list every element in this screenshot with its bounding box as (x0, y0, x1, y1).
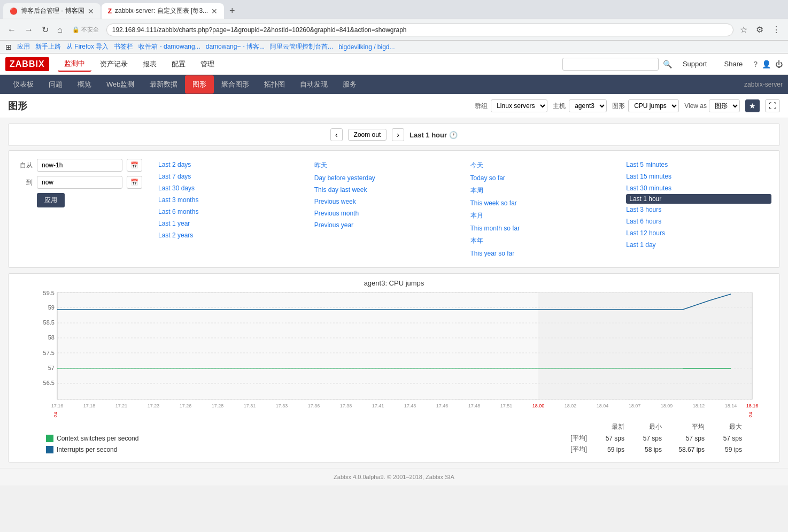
tab-close-btn[interactable]: ✕ (88, 7, 94, 16)
subnav-dashboard[interactable]: 仪表板 (5, 75, 41, 94)
link-day-before-yesterday[interactable]: Day before yesterday (314, 172, 460, 184)
link-last-6-hours[interactable]: Last 6 hours (626, 215, 771, 227)
subnav-services[interactable]: 服务 (335, 75, 364, 94)
menu-btn[interactable]: ⋮ (770, 22, 783, 37)
topnav-admin[interactable]: 管理 (194, 57, 221, 71)
link-last-1-year[interactable]: Last 1 year (158, 218, 304, 229)
bookmark-newbie[interactable]: 新手上路 (35, 42, 61, 51)
link-this-week-so-far[interactable]: This week so far (470, 197, 616, 209)
legend-max-0: 57 sps (705, 435, 742, 442)
host-filter: 主机 agent3 (553, 99, 607, 112)
tab-zabbix[interactable]: Z zabbix-server: 自定义图表 [每3... ✕ (102, 3, 224, 19)
from-input[interactable] (37, 159, 122, 172)
link-last-15-min[interactable]: Last 15 minutes (626, 171, 771, 182)
link-this-year-so-far[interactable]: This year so far (470, 248, 616, 259)
tab-close-zabbix[interactable]: ✕ (211, 7, 218, 16)
favorite-icon[interactable]: ★ (745, 99, 760, 112)
subnav-overview[interactable]: 概览 (70, 75, 99, 94)
link-last-2-years[interactable]: Last 2 years (158, 229, 304, 241)
refresh-button[interactable]: ↻ (40, 22, 51, 37)
home-button[interactable]: ⌂ (55, 23, 65, 37)
bookmark-firefox[interactable]: 从 Firefox 导入 (66, 42, 109, 51)
link-last-1-day[interactable]: Last 1 day (626, 239, 771, 251)
fullscreen-icon[interactable]: ⛶ (765, 99, 780, 112)
tab-favicon-z: Z (108, 7, 112, 15)
link-last-2-days[interactable]: Last 2 days (158, 159, 304, 171)
user-icon[interactable]: 👤 (762, 60, 771, 68)
to-label: 到 (17, 178, 33, 187)
subnav-discovery[interactable]: 自动发现 (292, 75, 335, 94)
svg-text:57: 57 (48, 365, 55, 371)
subnav-problems[interactable]: 问题 (41, 75, 70, 94)
legend-min-0: 57 sps (624, 435, 662, 442)
bookmark-github[interactable]: bigdevilking / bigd... (338, 43, 395, 51)
link-today[interactable]: 今天 (470, 159, 616, 172)
graph-select[interactable]: CPU jumps (628, 99, 679, 112)
tab-bar: 🔴 博客后台管理 - 博客园 ✕ Z zabbix-server: 自定义图表 … (0, 0, 788, 19)
link-previous-week[interactable]: Previous week (314, 196, 460, 207)
topnav-config[interactable]: 配置 (165, 57, 192, 71)
topnav-monitor[interactable]: 监测中 (58, 57, 91, 72)
forward-button[interactable]: → (22, 23, 35, 37)
legend-latest-1: 59 ips (592, 446, 624, 453)
support-link[interactable]: Support (676, 58, 714, 70)
logout-icon[interactable]: ⏻ (775, 60, 783, 68)
host-select[interactable]: agent3 (569, 99, 607, 112)
bookmark-aliyun[interactable]: 阿里云管理控制台首... (270, 42, 333, 51)
to-input[interactable] (37, 176, 122, 189)
bookmark-mail[interactable]: 收件箱 - damowang... (138, 42, 200, 51)
subnav-topology[interactable]: 拓扑图 (257, 75, 292, 94)
link-yesterday[interactable]: 昨天 (314, 159, 460, 172)
subnav-composite[interactable]: 聚合图形 (214, 75, 257, 94)
subnav-web[interactable]: Web监测 (99, 75, 142, 94)
zoom-out-btn[interactable]: Zoom out (348, 129, 387, 141)
back-button[interactable]: ← (5, 23, 18, 37)
footer-text: Zabbix 4.0.0alpha9. © 2001–2018, Zabbix … (334, 474, 454, 480)
svg-text:18:09: 18:09 (661, 403, 673, 408)
link-last-12-hours[interactable]: Last 12 hours (626, 227, 771, 239)
bookmark-bar[interactable]: 书签栏 (114, 42, 133, 51)
link-previous-year[interactable]: Previous year (314, 219, 460, 231)
search-icon[interactable]: 🔍 (663, 60, 672, 68)
bookmark-apps[interactable]: 应用 (17, 42, 30, 51)
prev-time-btn[interactable]: ‹ (330, 128, 343, 141)
link-today-so-far[interactable]: Today so far (470, 172, 616, 184)
svg-text:17:41: 17:41 (372, 403, 384, 408)
to-calendar-btn[interactable]: 📅 (127, 176, 142, 189)
link-this-month-so-far[interactable]: This month so far (470, 222, 616, 234)
link-this-week[interactable]: 本周 (470, 184, 616, 197)
topnav-assets[interactable]: 资产记录 (94, 57, 134, 71)
next-time-btn[interactable]: › (392, 128, 404, 141)
bookmark-star[interactable]: ☆ (738, 22, 750, 37)
link-last-3-hours[interactable]: Last 3 hours (626, 204, 771, 215)
tab-blog[interactable]: 🔴 博客后台管理 - 博客园 ✕ (3, 3, 101, 19)
link-this-year[interactable]: 本年 (470, 234, 616, 248)
view-as-select[interactable]: 图形 (709, 99, 740, 112)
bookmark-blog[interactable]: damowang~ - 博客... (206, 42, 265, 51)
help-icon[interactable]: ? (753, 60, 758, 68)
from-calendar-btn[interactable]: 📅 (127, 159, 142, 172)
group-select[interactable]: Linux servers (491, 99, 547, 112)
link-last-3-months[interactable]: Last 3 months (158, 194, 304, 206)
link-last-30-days[interactable]: Last 30 days (158, 182, 304, 194)
svg-text:17:46: 17:46 (436, 403, 449, 408)
link-last-5-min[interactable]: Last 5 minutes (626, 159, 771, 171)
link-previous-month[interactable]: Previous month (314, 207, 460, 219)
link-this-month[interactable]: 本月 (470, 209, 616, 222)
link-this-day-last-week[interactable]: This day last week (314, 184, 460, 196)
topnav-search[interactable] (562, 58, 659, 71)
view-as-group: View as 图形 (684, 99, 740, 112)
apply-btn[interactable]: 应用 (37, 193, 65, 207)
link-last-7-days[interactable]: Last 7 days (158, 171, 304, 182)
new-tab-button[interactable]: + (225, 3, 240, 19)
subnav-graphs[interactable]: 图形 (185, 75, 214, 94)
link-last-6-months[interactable]: Last 6 months (158, 206, 304, 218)
extensions-btn[interactable]: ⚙ (754, 22, 766, 37)
link-last-30-min[interactable]: Last 30 minutes (626, 182, 771, 194)
share-link[interactable]: Share (718, 58, 750, 70)
link-last-1-hour[interactable]: Last 1 hour (626, 194, 771, 204)
topnav-reports[interactable]: 报表 (136, 57, 163, 71)
subnav-latest[interactable]: 最新数据 (142, 75, 185, 94)
address-bar[interactable] (106, 24, 733, 36)
tab-title-zabbix: zabbix-server: 自定义图表 [每3... (115, 6, 208, 16)
